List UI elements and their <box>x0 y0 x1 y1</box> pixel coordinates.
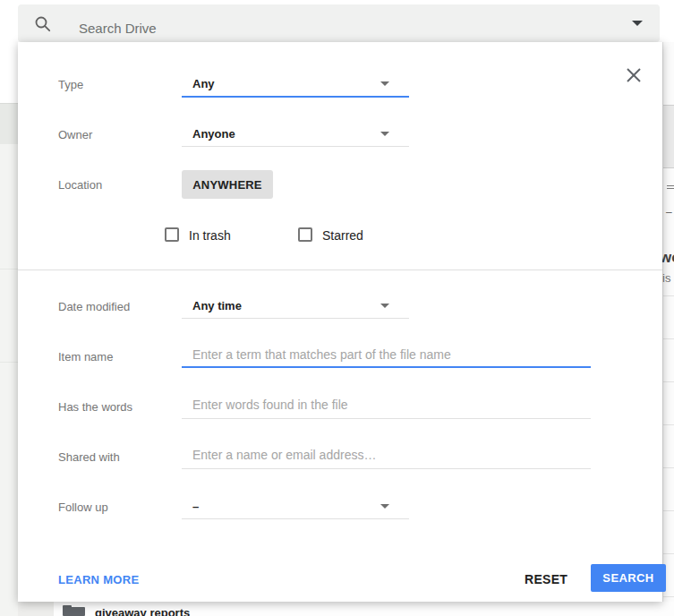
owner-dropdown-underline <box>182 146 409 147</box>
chevron-down-icon <box>380 132 389 136</box>
background-right-card-edge <box>663 105 674 168</box>
follow-up-dropdown-value: – <box>192 500 199 513</box>
item-name-input[interactable] <box>188 345 591 364</box>
date-modified-underline <box>182 318 409 319</box>
shared-with-input[interactable] <box>188 445 591 465</box>
learn-more-link[interactable]: LEARN MORE <box>58 573 139 586</box>
shared-with-label: Shared with <box>58 450 120 464</box>
starred-label: Starred <box>322 228 363 243</box>
reset-button[interactable]: RESET <box>525 572 567 586</box>
type-label: Type <box>58 78 83 91</box>
background-text-fragment: is <box>662 271 670 285</box>
date-modified-dropdown-value: Any time <box>192 299 242 312</box>
in-trash-label: In trash <box>189 228 231 243</box>
type-dropdown-underline <box>182 96 409 98</box>
screen: – wo is giveaway reports Search Drive Ty… <box>0 0 674 616</box>
close-icon[interactable] <box>626 67 642 83</box>
in-trash-checkbox[interactable] <box>165 227 179 242</box>
search-input-placeholder[interactable]: Search Drive <box>79 21 157 36</box>
background-text-fragment: – <box>666 206 674 218</box>
location-label: Location <box>58 178 102 192</box>
background-bottom-sidebar-edge <box>18 602 54 616</box>
chevron-down-icon <box>380 81 389 86</box>
date-modified-label: Date modified <box>58 300 130 313</box>
folder-icon <box>63 605 85 616</box>
chevron-down-icon <box>380 304 389 308</box>
type-dropdown-value: Any <box>192 77 215 90</box>
search-options-caret-icon[interactable] <box>632 21 643 26</box>
type-dropdown[interactable]: Any <box>164 71 409 96</box>
follow-up-underline <box>182 518 409 519</box>
search-icon[interactable] <box>34 15 52 33</box>
background-left-strip <box>0 103 18 616</box>
owner-dropdown[interactable]: Anyone <box>164 121 409 146</box>
owner-label: Owner <box>58 128 92 141</box>
background-divider <box>0 269 18 270</box>
background-divider <box>0 362 18 363</box>
follow-up-label: Follow up <box>58 500 108 514</box>
background-folder-name: giveaway reports <box>95 606 190 616</box>
item-name-label: Item name <box>58 350 113 364</box>
has-the-words-underline <box>182 418 591 419</box>
date-modified-dropdown[interactable]: Any time <box>164 293 409 318</box>
follow-up-dropdown[interactable]: – <box>164 493 409 518</box>
background-sidebar-selected-band <box>0 104 18 144</box>
item-name-underline-focused <box>182 366 591 368</box>
search-bar[interactable]: Search Drive <box>18 4 660 42</box>
chevron-down-icon <box>380 504 389 509</box>
background-tiny-text-fragment <box>667 185 674 190</box>
advanced-search-panel: Type Any Owner Anyone Location ANYWHERE … <box>18 42 662 602</box>
starred-checkbox[interactable] <box>298 227 312 242</box>
owner-dropdown-value: Anyone <box>192 127 235 141</box>
has-the-words-input[interactable] <box>188 395 591 415</box>
location-anywhere-button[interactable]: ANYWHERE <box>182 170 273 199</box>
search-button[interactable]: SEARCH <box>591 564 666 592</box>
section-divider <box>18 270 662 270</box>
shared-with-underline <box>182 468 591 469</box>
has-the-words-label: Has the words <box>58 400 132 414</box>
